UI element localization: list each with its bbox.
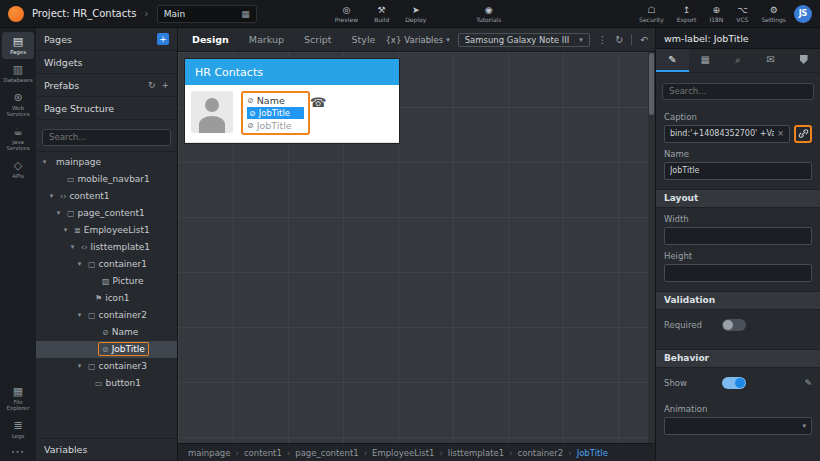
caption-value: bind:'+14084352700' +Variables.HrdbE xyxy=(670,129,774,138)
workspace-tab[interactable]: Style xyxy=(342,28,386,52)
canvas-scrollbar[interactable] xyxy=(648,52,655,443)
rail-item-pages[interactable]: ▤ Pages xyxy=(2,32,34,59)
tree-item[interactable]: ▾ ▢ container2 xyxy=(36,307,177,324)
tree-item[interactable]: ▾ ▢ page_content1 xyxy=(36,205,177,222)
page-selector[interactable]: Main ▦ xyxy=(157,5,257,23)
wavemaker-logo-icon[interactable] xyxy=(8,6,24,22)
breadcrumb-item[interactable]: container2 xyxy=(518,448,577,458)
workspace-tab[interactable]: Design xyxy=(182,28,239,52)
breadcrumb-item[interactable]: page_content1 xyxy=(295,448,372,458)
tab-security[interactable] xyxy=(787,49,820,72)
rail-item-java-services[interactable]: ☕ Java Services xyxy=(2,122,34,155)
behavior-section-header[interactable]: Behavior xyxy=(656,349,820,368)
add-prefab-button[interactable]: + xyxy=(161,80,169,90)
expand-arrow-icon[interactable]: ▾ xyxy=(75,311,84,319)
toolbar-icon-undo[interactable]: ↶ xyxy=(631,34,648,45)
workspace-tab[interactable]: Markup xyxy=(239,28,294,52)
sidebar-section-prefabs[interactable]: Prefabs ↻ + xyxy=(36,74,177,97)
tree-item[interactable]: ▾ ▢ container1 xyxy=(36,256,177,273)
scrollbar-thumb[interactable] xyxy=(649,53,654,115)
clear-icon[interactable]: × xyxy=(774,129,784,138)
workspace-tab[interactable]: Script xyxy=(294,28,342,52)
bind-property-button[interactable] xyxy=(794,125,812,143)
expand-arrow-icon[interactable]: ▾ xyxy=(75,362,84,370)
user-avatar[interactable]: JS xyxy=(794,5,812,23)
utility-button-settings[interactable]: ⚙ Settings xyxy=(761,5,786,23)
width-input[interactable] xyxy=(664,227,812,245)
sidebar-section-page-structure[interactable]: Page Structure xyxy=(36,97,177,120)
picture-placeholder[interactable] xyxy=(191,91,233,133)
required-toggle[interactable] xyxy=(722,319,746,331)
rail-item-apis[interactable]: ◇ APIs xyxy=(2,156,34,183)
employee-list-item[interactable]: ⊘ Name ⊘ JobTitle ⊘ JobTitle ☎ xyxy=(185,85,399,143)
name-label-widget[interactable]: ⊘ Name xyxy=(247,95,304,106)
phone-call-icon[interactable]: ☎ xyxy=(310,95,326,110)
tree-item[interactable]: ▾ mainpage xyxy=(36,154,177,171)
rail-item-logs[interactable]: ≣ Logs xyxy=(2,416,34,443)
jobtitle-caption[interactable]: ⊘ JobTitle xyxy=(247,120,304,131)
rail-item-web-services[interactable]: ⊛ Web Services xyxy=(2,88,34,121)
breadcrumb-item[interactable]: EmployeeList1 xyxy=(372,448,448,458)
variables-dropdown[interactable]: {x} Variables ▾ xyxy=(385,35,449,45)
grid-icon[interactable]: ▦ xyxy=(241,9,250,19)
tree-item[interactable]: ⚑ icon1 xyxy=(36,290,177,307)
show-toggle[interactable] xyxy=(722,377,746,389)
toolbar-icon-kebab-menu[interactable]: ⋮ xyxy=(598,34,608,45)
breadcrumb-item[interactable]: content1 xyxy=(244,448,295,458)
rail-item-databases[interactable]: ▥ Databases xyxy=(2,60,34,87)
device-selector[interactable]: Samsung Galaxy Note III ▾ xyxy=(458,33,590,47)
tree-item[interactable]: ⊘ JobTitle xyxy=(36,341,177,358)
topbar-action-deploy[interactable]: ➤ Deploy xyxy=(405,5,426,23)
sidebar-section-widgets[interactable]: Widgets xyxy=(36,51,177,74)
height-input[interactable] xyxy=(664,264,812,282)
breadcrumb-item[interactable]: JobTitle xyxy=(577,448,608,458)
refresh-icon[interactable]: ↻ xyxy=(148,80,156,90)
topbar-action-tutorials[interactable]: ◉ Tutorials xyxy=(476,5,501,23)
sidebar-section-variables[interactable]: Variables xyxy=(36,438,177,461)
expand-arrow-icon[interactable]: ▾ xyxy=(61,226,70,234)
tree-item[interactable]: ▾ ‹› content1 xyxy=(36,188,177,205)
jobtitle-widget-selected[interactable]: ⊘ JobTitle xyxy=(247,107,304,119)
tree-item[interactable]: ▾ ▢ container3 xyxy=(36,358,177,375)
tab-properties[interactable]: ✎ xyxy=(656,49,689,72)
topbar-action-build[interactable]: ⚒ Build xyxy=(374,5,389,23)
tab-styles[interactable]: ▦ xyxy=(689,49,722,72)
tree-item[interactable]: ▭ button1 xyxy=(36,375,177,392)
expand-arrow-icon[interactable]: ▾ xyxy=(54,209,63,217)
expand-arrow-icon[interactable]: ▾ xyxy=(47,192,56,200)
breadcrumb-item[interactable]: listtemplate1 xyxy=(448,448,518,458)
tab-search[interactable]: ⌕ xyxy=(722,49,755,72)
container2-highlight: ⊘ Name ⊘ JobTitle ⊘ JobTitle xyxy=(241,91,310,135)
utility-button-security[interactable]: ☖ Security xyxy=(639,5,664,23)
name-input[interactable]: JobTitle xyxy=(664,162,812,180)
add-page-button[interactable]: + xyxy=(157,33,169,45)
sidebar-section-pages[interactable]: Pages + xyxy=(36,28,177,51)
tree-item[interactable]: ▧ Picture xyxy=(36,273,177,290)
rail-item-file-explorer[interactable]: ▦ File Explorer xyxy=(2,382,34,415)
page-structure-search-input[interactable] xyxy=(42,129,171,146)
tab-messages[interactable]: ✉ xyxy=(754,49,787,72)
edit-pencil-icon[interactable]: ✎ xyxy=(804,378,812,388)
expand-arrow-icon[interactable]: ▾ xyxy=(75,260,84,268)
tree-item[interactable]: ▭ mobile_navbar1 xyxy=(36,171,177,188)
more-options-icon[interactable]: ••• xyxy=(0,444,36,459)
tree-item[interactable]: ⊘ Name xyxy=(36,324,177,341)
widget-type-icon: ≣ xyxy=(74,226,81,235)
breadcrumb-item[interactable]: mainpage xyxy=(188,448,244,458)
toolbar-icon-rotate-device[interactable]: ↻ xyxy=(615,34,623,45)
properties-search-input[interactable] xyxy=(662,83,814,100)
tree-item[interactable]: ▾ ≣ EmployeeList1 xyxy=(36,222,177,239)
utility-button-vcs[interactable]: ⌥ VCS xyxy=(736,5,748,23)
tree-item[interactable]: ▾ ‹› listtemplate1 xyxy=(36,239,177,256)
utility-button-export[interactable]: ↥ Export xyxy=(677,5,697,23)
expand-arrow-icon[interactable]: ▾ xyxy=(68,243,77,251)
design-canvas[interactable]: HR Contacts ⊘ Name ⊘ JobTitle ⊘ xyxy=(178,52,655,443)
layout-section-header[interactable]: Layout xyxy=(656,189,820,208)
widget-type-icon: ▢ xyxy=(67,209,75,218)
expand-arrow-icon[interactable]: ▾ xyxy=(40,158,49,166)
caption-input[interactable]: bind:'+14084352700' +Variables.HrdbE × xyxy=(664,125,790,143)
utility-button-i18n[interactable]: ⊕ I18N xyxy=(709,5,723,23)
animation-select[interactable]: ▾ xyxy=(664,417,812,435)
validation-section-header[interactable]: Validation xyxy=(656,291,820,310)
topbar-action-preview[interactable]: ◎ Preview xyxy=(335,5,358,23)
